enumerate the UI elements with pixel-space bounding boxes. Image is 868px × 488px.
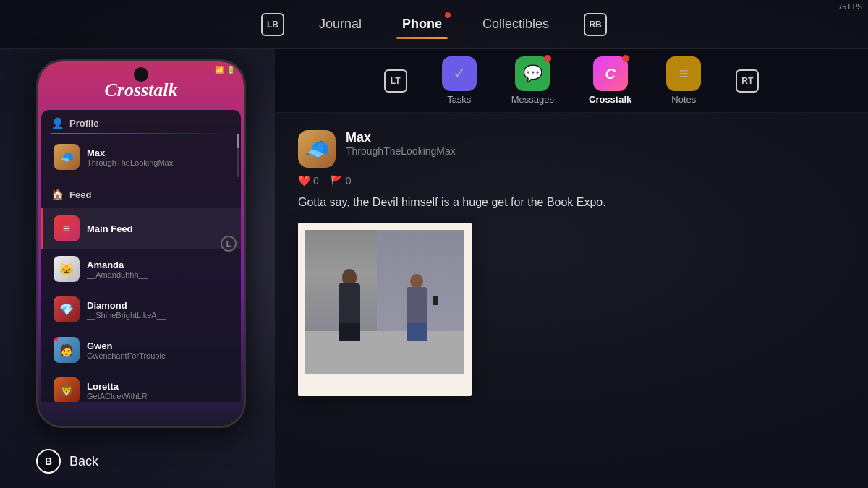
profile-username: Max: [87, 147, 231, 158]
loretta-name: Loretta: [87, 381, 231, 392]
top-nav: LB Journal Phone Collectibles RB: [0, 0, 868, 49]
app-notes[interactable]: ≡ Notes: [666, 56, 701, 105]
feed-divider: [51, 205, 231, 205]
lb-button[interactable]: LB: [261, 13, 284, 36]
main-feed-icon-symbol: ≡: [63, 221, 71, 236]
diamond-avatar: 💎: [54, 296, 80, 322]
b-button-icon: B: [36, 449, 61, 474]
post-handle: ThroughTheLookingMax: [346, 145, 845, 157]
diamond-name: Diamond: [87, 300, 231, 311]
scroll-thumb: [237, 134, 239, 148]
messages-notification-dot: [544, 55, 551, 62]
tasks-icon-symbol: ✓: [453, 64, 466, 83]
wifi-icon: 📶: [215, 66, 224, 74]
amanda-handle: __Amanduhhh__: [87, 270, 231, 279]
figure-front-head: [410, 274, 423, 288]
messages-label: Messages: [511, 94, 554, 105]
gwen-feed-item[interactable]: 🧑 Gwen GwenchantForTrouble: [41, 330, 241, 370]
post-likes: ❤️ 0: [298, 175, 319, 187]
post-image-container: [298, 223, 472, 396]
fps-counter: 75 FPS: [838, 3, 862, 11]
gwen-name: Gwen: [87, 341, 231, 351]
feed-icon-header: 🏠: [51, 189, 64, 200]
main-feed-item[interactable]: ≡ Main Feed: [41, 208, 241, 249]
comments-count: 0: [346, 175, 352, 187]
max-avatar-emoji: 🧢: [59, 150, 74, 164]
nav-phone[interactable]: Phone: [396, 14, 448, 35]
gwen-notif-dot: [54, 337, 58, 341]
back-label: Back: [69, 454, 98, 469]
messages-icon-symbol: 💬: [523, 64, 542, 83]
nav-journal[interactable]: Journal: [313, 14, 367, 35]
comment-icon: 🚩: [331, 175, 343, 187]
phone-notification-dot: [445, 12, 451, 18]
post-header: 🧢 Max ThroughTheLookingMax: [298, 130, 845, 168]
gwen-avatar-emoji: 🧑: [59, 343, 74, 357]
main-feed-content: 🧢 Max ThroughTheLookingMax ❤️ 0 🚩 0 Gott…: [275, 113, 868, 488]
amanda-name: Amanda: [87, 260, 231, 270]
profile-handle: ThroughTheLookingMax: [87, 158, 231, 167]
max-avatar: 🧢: [54, 144, 80, 170]
post-user-info: Max ThroughTheLookingMax: [346, 130, 845, 157]
diamond-feed-item[interactable]: 💎 Diamond __ShineBrightLikeA__: [41, 289, 241, 330]
loretta-handle: GetAClueWithLR: [87, 392, 231, 401]
figure-front: [400, 258, 433, 334]
post-avatar: 🧢: [298, 130, 336, 168]
crosstalk-icon: C: [593, 56, 628, 91]
l-indicator: L: [221, 236, 237, 252]
post-username: Max: [346, 130, 845, 145]
app-messages[interactable]: 💬 Messages: [511, 56, 554, 105]
diamond-avatar-emoji: 💎: [59, 303, 74, 317]
phone-in-hand: [433, 296, 438, 305]
phone-notch: [134, 67, 148, 82]
figure-front-legs: [407, 323, 427, 341]
diamond-notif-dot: [54, 296, 58, 301]
phone-content: 👤 Profile L 🧢 Max ThroughTheLookingMax 🏠…: [41, 110, 241, 402]
lt-button[interactable]: LT: [384, 69, 407, 93]
profile-section-label: Profile: [69, 118, 98, 129]
crosstalk-label: Crosstalk: [589, 94, 631, 105]
rb-button[interactable]: RB: [584, 13, 607, 36]
crosstalk-notification-dot: [622, 55, 629, 62]
app-crosstalk[interactable]: C Crosstalk: [589, 56, 631, 105]
scroll-indicator: [237, 134, 239, 177]
post-avatar-icon: 🧢: [305, 137, 330, 161]
tasks-label: Tasks: [447, 94, 471, 105]
post-comments: 🚩 0: [331, 175, 352, 187]
nav-journal-label: Journal: [319, 17, 362, 32]
app-tasks[interactable]: ✓ Tasks: [442, 56, 477, 105]
nav-collectibles-label: Collectibles: [482, 17, 549, 32]
main-feed-label: Main Feed: [87, 223, 231, 234]
messages-icon: 💬: [515, 56, 550, 91]
profile-user-item[interactable]: 🧢 Max ThroughTheLookingMax: [41, 137, 241, 177]
notes-icon-symbol: ≡: [679, 64, 689, 83]
figure-back-head: [342, 269, 357, 285]
main-feed-text: Main Feed: [87, 223, 231, 234]
scene-floor: [305, 331, 464, 374]
notes-icon: ≡: [666, 56, 701, 91]
back-button[interactable]: B Back: [36, 449, 98, 474]
phone-screen: 📶 🔋 Crosstalk 👤 Profile L 🧢 Max Throu: [38, 61, 244, 426]
profile-divider: [51, 133, 231, 134]
heart-icon: ❤️: [298, 175, 310, 187]
profile-user-text: Max ThroughTheLookingMax: [87, 147, 231, 167]
nav-collectibles[interactable]: Collectibles: [477, 14, 555, 35]
crosstalk-icon-symbol: C: [605, 66, 615, 82]
loretta-feed-item[interactable]: 🦁 Loretta GetAClueWithLR: [41, 370, 241, 402]
figure-back: [329, 254, 369, 334]
rt-button[interactable]: RT: [736, 69, 759, 93]
gwen-handle: GwenchantForTrouble: [87, 351, 231, 360]
crosstalk-logo: Crosstalk: [38, 80, 244, 101]
loretta-avatar: 🦁: [54, 377, 80, 402]
post-stats: ❤️ 0 🚩 0: [298, 175, 845, 187]
diamond-handle: __ShineBrightLikeA__: [87, 311, 231, 320]
phone-frame: 📶 🔋 Crosstalk 👤 Profile L 🧢 Max Throu: [36, 59, 246, 428]
amanda-text: Amanda __Amanduhhh__: [87, 260, 231, 279]
amanda-feed-item[interactable]: 🐱 Amanda __Amanduhhh__: [41, 249, 241, 289]
battery-icon: 🔋: [226, 66, 235, 74]
diamond-text: Diamond __ShineBrightLikeA__: [87, 300, 231, 320]
gwen-text: Gwen GwenchantForTrouble: [87, 341, 231, 360]
loretta-avatar-emoji: 🦁: [59, 384, 74, 398]
phone-apps-bar: LT ✓ Tasks 💬 Messages C Crosstalk ≡ Note…: [275, 49, 868, 113]
amanda-avatar: 🐱: [54, 256, 80, 282]
